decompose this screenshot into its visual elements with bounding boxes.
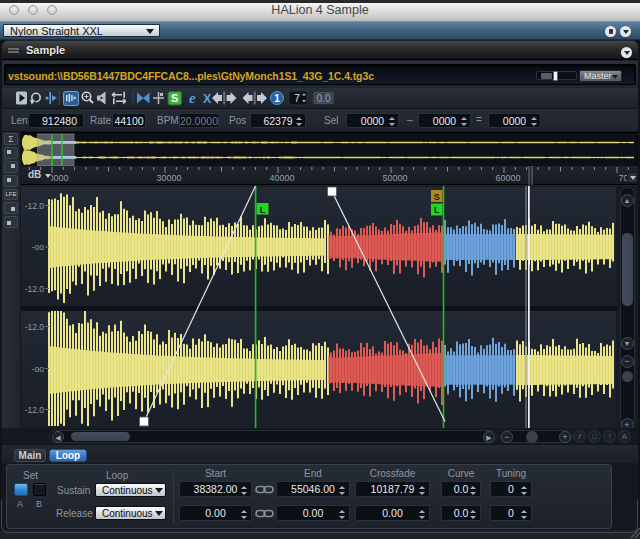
svg-text:50000: 50000 [382,173,407,183]
svg-text:-oo: -oo [32,364,45,374]
svg-text:S: S [171,92,178,104]
svg-text:-12.0: -12.0 [25,322,45,332]
svg-text:S: S [434,192,440,202]
svg-text:-12.0: -12.0 [25,405,45,415]
svg-text:1: 1 [274,93,280,104]
svg-text:L: L [434,205,440,215]
svg-text:60000: 60000 [495,173,520,183]
svg-text:-12.0: -12.0 [25,201,45,211]
svg-text:7: 7 [294,93,300,104]
svg-text:-12.0: -12.0 [25,284,45,294]
svg-text:e: e [189,90,196,106]
svg-text:30000: 30000 [156,173,181,183]
svg-text:-oo: -oo [32,242,45,252]
svg-text:40000: 40000 [269,173,294,183]
svg-text:X: X [203,92,212,106]
svg-text:L: L [260,205,266,215]
svg-text:0.0: 0.0 [317,93,331,104]
